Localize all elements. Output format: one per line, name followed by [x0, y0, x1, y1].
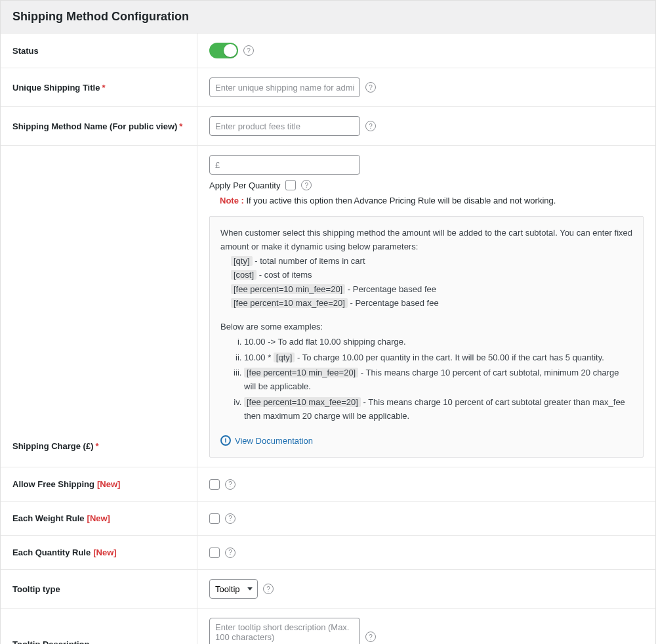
label-status: Status — [1, 33, 197, 68]
label-each-weight-rule: Each Weight Rule[New] — [1, 502, 197, 535]
row-each-weight-rule: Each Weight Rule[New] ? — [1, 502, 655, 536]
each-weight-rule-checkbox[interactable] — [209, 513, 220, 524]
label-tooltip-type: Tooltip type — [1, 570, 197, 608]
help-icon[interactable]: ? — [243, 45, 254, 56]
allow-free-shipping-checkbox[interactable] — [209, 479, 220, 490]
info-icon: i — [220, 435, 231, 446]
tooltip-type-select[interactable]: Tooltip — [209, 579, 258, 599]
row-unique-title: Unique Shipping Title* ? — [1, 68, 655, 107]
example-item: 10.00 * [qty] - To charge 10.00 per quan… — [244, 351, 632, 364]
info-intro: When customer select this shipping metho… — [220, 226, 632, 254]
unique-title-input[interactable] — [209, 77, 360, 97]
row-method-name: Shipping Method Name (For public view)* … — [1, 107, 655, 146]
tooltip-description-textarea[interactable] — [209, 618, 360, 644]
row-each-quantity-rule: Each Quantity Rule[New] ? — [1, 536, 655, 570]
help-icon[interactable]: ? — [225, 547, 236, 558]
method-name-input[interactable] — [209, 116, 360, 136]
param-tag-fee-max: [fee percent=10 max_fee=20] — [231, 298, 348, 308]
row-status: Status ? — [1, 33, 655, 68]
help-icon[interactable]: ? — [365, 121, 376, 131]
row-allow-free-shipping: Allow Free Shipping[New] ? — [1, 467, 655, 502]
view-documentation-link[interactable]: i View Documentation — [220, 434, 313, 448]
shipping-config-panel: Shipping Method Configuration Status ? U… — [0, 0, 656, 644]
example-item: [fee percent=10 max_fee=20] - This means… — [244, 395, 632, 423]
row-tooltip-type: Tooltip type Tooltip ? — [1, 570, 655, 609]
panel-header: Shipping Method Configuration — [1, 1, 655, 33]
param-tag-fee-min: [fee percent=10 min_fee=20] — [231, 284, 345, 294]
page-title: Shipping Method Configuration — [12, 10, 644, 24]
help-icon[interactable]: ? — [365, 632, 376, 642]
shipping-charge-input[interactable] — [209, 155, 360, 175]
example-item: 10.00 -> To add flat 10.00 shipping char… — [244, 335, 632, 349]
help-icon[interactable]: ? — [263, 584, 274, 594]
row-tooltip-description: Tooltip Description ? — [1, 609, 655, 644]
status-toggle[interactable] — [209, 43, 238, 58]
label-unique-title: Unique Shipping Title* — [1, 68, 197, 106]
param-tag-qty: [qty] — [231, 256, 253, 266]
help-icon[interactable]: ? — [301, 180, 312, 190]
each-quantity-rule-checkbox[interactable] — [209, 547, 220, 558]
label-method-name: Shipping Method Name (For public view)* — [1, 107, 197, 145]
shipping-charge-info-box: When customer select this shipping metho… — [209, 216, 644, 458]
help-icon[interactable]: ? — [225, 479, 236, 490]
label-shipping-charge: Shipping Charge (£)* — [1, 146, 197, 467]
apply-per-qty-checkbox[interactable] — [285, 180, 296, 190]
example-item: [fee percent=10 min_fee=20] - This means… — [244, 366, 632, 394]
row-shipping-charge: Shipping Charge (£)* Apply Per Quantity … — [1, 146, 655, 467]
label-each-quantity-rule: Each Quantity Rule[New] — [1, 536, 197, 569]
apply-per-qty-note: Note : If you active this option then Ad… — [220, 196, 644, 205]
param-tag-cost: [cost] — [231, 270, 256, 280]
examples-heading: Below are some examples: — [220, 320, 632, 333]
apply-per-qty-label: Apply Per Quantity — [209, 181, 280, 190]
help-icon[interactable]: ? — [225, 513, 236, 524]
label-tooltip-description: Tooltip Description — [1, 609, 197, 644]
help-icon[interactable]: ? — [365, 82, 376, 93]
label-allow-free-shipping: Allow Free Shipping[New] — [1, 467, 197, 501]
